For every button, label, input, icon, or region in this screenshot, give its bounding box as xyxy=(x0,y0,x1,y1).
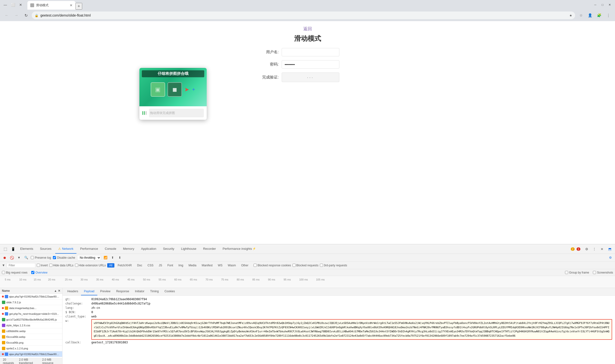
throttle-select[interactable]: No throttling xyxy=(77,255,101,260)
network-row[interactable]: sprite2.x.1.2.6.png xyxy=(0,346,62,351)
tab-cookies[interactable]: Cookies xyxy=(162,288,178,295)
filter-fetch-xhr-button[interactable]: Fetch/XHR xyxy=(116,263,134,268)
tab-elements[interactable]: Elements xyxy=(17,244,36,254)
screenshots-checkbox[interactable]: Screenshots xyxy=(593,271,613,274)
network-row[interactable]: f3ccca96b.webp xyxy=(0,334,62,340)
network-row[interactable]: ajax.php?gt=019924a82c70bb123aae90d48... xyxy=(0,294,62,299)
tab-response[interactable]: Response xyxy=(113,288,132,295)
bookmark-button[interactable]: ☆ xyxy=(577,12,585,19)
tab-memory[interactable]: Memory xyxy=(120,244,137,254)
devtools-inspect-button[interactable]: ⬚ xyxy=(2,246,9,252)
clear-button[interactable]: 🚫 xyxy=(9,255,14,260)
devtools-more-button[interactable]: ⋮ xyxy=(591,246,598,252)
sort-icon[interactable]: ▲ xyxy=(54,289,57,292)
download-button[interactable]: ⬇ xyxy=(117,255,123,260)
network-row[interactable]: gct.b71a9027509bc6bcfef9fc6a196424f5.js xyxy=(0,317,62,323)
filter-input[interactable] xyxy=(6,263,35,268)
titlebar-maximize[interactable]: □ xyxy=(600,2,605,8)
filter-js-button[interactable]: JS xyxy=(157,263,164,268)
captcha-image-area: 仔细将拼图拼合哦 ▣ ◼ ➤ ✦ xyxy=(140,68,207,106)
hide-extension-urls-checkbox[interactable]: Hide extension URLs xyxy=(75,264,106,267)
filter-ws-button[interactable]: WS xyxy=(216,263,224,268)
devtools-toolbar: ⬚ 📱 Elements Sources ⚠ Network Performan… xyxy=(0,244,615,254)
network-row[interactable]: get.php?is_next=true&type=slide3>=019... xyxy=(0,311,62,317)
tab-recorder[interactable]: Recorder xyxy=(200,244,219,254)
network-row[interactable]: cd0bbb6fe.webp xyxy=(0,328,62,334)
filter-toggle-button[interactable]: ▼ xyxy=(16,255,22,260)
tab-performance[interactable]: Performance xyxy=(77,244,101,254)
filter-media-button[interactable]: Media xyxy=(186,263,198,268)
window-controls: — ⬜ ✕ xyxy=(2,2,24,8)
close-button[interactable]: ✕ xyxy=(18,2,24,8)
disable-cache-label[interactable]: Disable cache xyxy=(53,256,75,259)
tab-close-button[interactable]: ✕ xyxy=(70,3,73,7)
detail-tabs: Headers Payload Preview Response Initiat xyxy=(62,288,615,296)
network-settings-button[interactable]: ⚙ xyxy=(608,255,613,260)
tab-initiator[interactable]: Initiator xyxy=(132,288,147,295)
devtools-dock-button[interactable]: ⬒ xyxy=(606,246,613,252)
filter-img-button[interactable]: Img xyxy=(176,263,185,268)
back-link[interactable]: 返回 xyxy=(303,26,312,32)
tab-security[interactable]: Security xyxy=(160,244,177,254)
upload-button[interactable]: ⬆ xyxy=(110,255,115,260)
titlebar-minimize[interactable]: ─ xyxy=(592,2,598,8)
blocked-requests-checkbox[interactable]: Blocked requests xyxy=(293,264,319,267)
devtools-device-button[interactable]: 📱 xyxy=(10,246,16,252)
filter-all-button[interactable]: All xyxy=(107,263,114,268)
network-row[interactable]: data:image/webp;bas... xyxy=(0,305,62,311)
minimize-button[interactable]: — xyxy=(2,2,8,8)
tab-sources[interactable]: Sources xyxy=(37,244,54,254)
tab-application[interactable]: Application xyxy=(138,244,159,254)
active-tab[interactable]: 滑动模式 ✕ xyxy=(28,1,75,10)
password-row: 密码: xyxy=(260,60,339,69)
tab-network[interactable]: ⚠ Network xyxy=(55,244,76,254)
back-button[interactable]: ← xyxy=(3,12,11,19)
menu-button[interactable]: ⋮ xyxy=(604,12,612,19)
close-network-icon[interactable]: ✕ xyxy=(58,289,60,292)
network-row[interactable]: style_https.1.2.6.css xyxy=(0,323,62,328)
record-button[interactable]: ⏺ xyxy=(2,255,7,260)
tab-payload[interactable]: Payload xyxy=(81,288,97,295)
password-input[interactable] xyxy=(282,60,339,69)
filter-other-button[interactable]: Other xyxy=(239,263,250,268)
network-row[interactable]: f3ccca96b.png xyxy=(0,340,62,346)
invert-checkbox[interactable]: Invert xyxy=(37,264,48,267)
tab-timing[interactable]: Timing xyxy=(147,288,162,295)
filter-doc-button[interactable]: Doc xyxy=(135,263,144,268)
wifi-button[interactable]: 📶 xyxy=(103,255,108,260)
captcha-slider-area[interactable]: 拖动滑块完成拼图 xyxy=(140,106,207,120)
restore-button[interactable]: ⬜ xyxy=(10,2,16,8)
search-button[interactable]: 🔍 xyxy=(24,255,29,260)
preserve-log-label[interactable]: Preserve log xyxy=(31,256,51,259)
forward-button[interactable]: → xyxy=(13,12,20,19)
refresh-button[interactable]: ↻ xyxy=(22,12,30,19)
profile-button[interactable]: 👤 xyxy=(586,12,594,19)
group-by-frame-checkbox[interactable]: Group by frame xyxy=(565,271,589,274)
overview-checkbox[interactable]: Overview xyxy=(31,271,47,274)
devtools-close-button[interactable]: ✕ xyxy=(599,246,605,252)
hide-data-urls-checkbox[interactable]: Hide data URLs xyxy=(49,264,73,267)
disable-cache-checkbox[interactable] xyxy=(53,256,56,259)
network-row-selected[interactable]: ajax.php?gt=019924a82c70bb123aae90d48... xyxy=(0,351,62,357)
network-row[interactable]: slide.7.9.2.js xyxy=(0,299,62,305)
filter-css-button[interactable]: CSS xyxy=(146,263,155,268)
devtools-settings-button[interactable]: ⚙ xyxy=(583,246,590,252)
new-tab-button[interactable]: + xyxy=(75,3,82,10)
tab-performance-insights[interactable]: Performance insights ⚡ xyxy=(220,244,259,254)
third-party-requests-checkbox[interactable]: 3rd-party requests xyxy=(320,264,347,267)
preserve-log-checkbox[interactable] xyxy=(31,256,34,259)
filter-wasm-button[interactable]: Wasm xyxy=(226,263,238,268)
slider-track[interactable]: 拖动滑块完成拼图 xyxy=(149,109,204,117)
tab-lighthouse[interactable]: Lighthouse xyxy=(178,244,199,254)
tab-console[interactable]: Console xyxy=(102,244,119,254)
extension-button[interactable]: 🧩 xyxy=(595,12,603,19)
tab-preview[interactable]: Preview xyxy=(97,288,113,295)
tab-headers[interactable]: Headers xyxy=(64,288,81,295)
address-input[interactable]: 🔒 geetest.com/demo/slide-float.html ★ xyxy=(32,12,575,19)
big-request-rows-checkbox[interactable]: Big request rows xyxy=(2,271,28,274)
blocked-response-cookies-checkbox[interactable]: Blocked response cookies xyxy=(253,264,291,267)
titlebar-close[interactable]: ✕ xyxy=(607,2,613,8)
filter-manifest-button[interactable]: Manifest xyxy=(200,263,214,268)
username-input[interactable] xyxy=(282,48,339,56)
filter-font-button[interactable]: Font xyxy=(165,263,175,268)
